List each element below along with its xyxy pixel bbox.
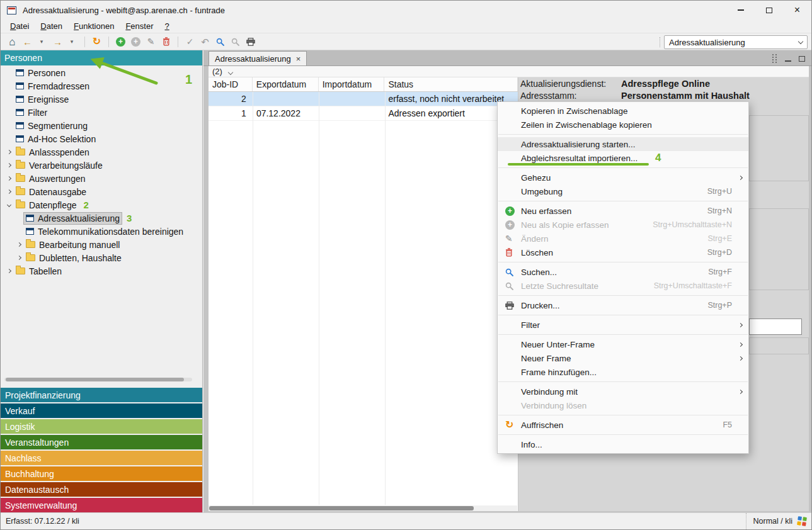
minimize-button[interactable] <box>726 1 755 20</box>
scrollbar-thumb[interactable] <box>6 378 184 381</box>
sidebar-section-buchhaltung[interactable]: Buchhaltung <box>1 466 202 481</box>
menu-item-zeilen-in-zwischenablage-kopieren[interactable]: Zeilen in Zwischenablage kopieren <box>498 118 748 132</box>
column-header-exportdatum[interactable]: Exportdatum <box>253 77 319 91</box>
menu-item-auffrischen[interactable]: ↻AuffrischenF5 <box>498 418 748 432</box>
menu-item-kopieren-in-zwischenablage[interactable]: Kopieren in Zwischenablage <box>498 104 748 118</box>
menu-item-suchen[interactable]: Suchen...Strg+F <box>498 265 748 279</box>
tree-item-ereignisse[interactable]: Ereignisse <box>1 93 202 106</box>
chevron-right-icon[interactable] <box>4 164 14 167</box>
undo-icon[interactable]: ↶ <box>198 35 212 48</box>
sidebar-section-nachlass[interactable]: Nachlass <box>1 451 202 465</box>
menu-item-löschen[interactable]: LöschenStrg+D <box>498 245 748 259</box>
chevron-right-icon[interactable] <box>14 256 24 259</box>
column-header-job-id[interactable]: Job-ID <box>209 77 253 91</box>
chevron-right-icon[interactable] <box>4 150 14 154</box>
sidebar-section-datenaustausch[interactable]: Datenaustausch <box>1 482 202 497</box>
printer-icon[interactable] <box>244 35 257 48</box>
menu-item-verbindung-mit[interactable]: Verbindung mit <box>498 385 748 398</box>
menu-item-gehezu[interactable]: Gehezu <box>498 171 748 184</box>
menubar-item-datei[interactable]: Datei <box>4 20 35 32</box>
menubar-item-fenster[interactable]: Fenster <box>120 20 159 32</box>
sidebar-section-veranstaltungen[interactable]: Veranstaltungen <box>1 435 202 449</box>
column-header-importdatum[interactable]: Importdatum <box>319 77 385 91</box>
frame-maximize-icon[interactable] <box>799 53 805 64</box>
menubar-item-funktionen[interactable]: Funktionen <box>68 20 120 32</box>
tree-item-label: Verarbeitungsläufe <box>29 161 103 171</box>
menu-item-info[interactable]: Info... <box>498 437 748 451</box>
tree-item-personen[interactable]: Personen <box>1 66 202 79</box>
sidebar-section-systemverwaltung[interactable]: Systemverwaltung <box>1 498 202 512</box>
tree-item-adressaktualisierung[interactable]: Adressaktualisierung3 <box>1 211 202 225</box>
close-button[interactable]: × <box>783 1 811 20</box>
background-input[interactable] <box>749 319 802 335</box>
menu-item-adressaktualisierung-starten[interactable]: Adressaktualisierung starten... <box>498 137 748 151</box>
menu-item-verbindung-lösen: Verbindung lösen <box>498 398 748 412</box>
menu-item-neuer-frame[interactable]: Neuer Frame <box>498 351 748 365</box>
tree-item-tabellen[interactable]: Tabellen <box>1 264 202 278</box>
drag-dots-icon[interactable] <box>772 54 777 64</box>
menubar-item-daten[interactable]: Daten <box>35 20 68 32</box>
menu-separator <box>498 381 748 382</box>
dropdown-icon[interactable]: ▾ <box>66 35 79 48</box>
chevron-right-icon[interactable] <box>4 177 14 180</box>
tree-item-datenausgabe[interactable]: Datenausgabe <box>1 185 202 198</box>
check-icon[interactable]: ✓ <box>183 35 197 48</box>
menu-item-neuer-unter-frame[interactable]: Neuer Unter-Frame <box>498 337 748 351</box>
tree-item-segmentierung[interactable]: Segmentierung <box>1 119 202 132</box>
chevron-right-icon[interactable] <box>14 243 24 246</box>
sidebar-section-verkauf[interactable]: Verkauf <box>1 403 202 418</box>
menu-item-abgleichsresultat-importieren[interactable]: Abgleichsresultat importieren...4 <box>498 151 748 165</box>
tree-item-dubletten-haushalte[interactable]: Dubletten, Haushalte <box>1 251 202 264</box>
home-icon[interactable]: ⌂ <box>6 35 19 48</box>
tree-item-fremdadressen[interactable]: Fremdadressen <box>1 79 202 93</box>
refresh-icon[interactable]: ↻ <box>90 35 103 48</box>
menu-item-neu-erfassen[interactable]: +Neu erfassenStrg+N <box>498 204 748 218</box>
pencil-icon[interactable]: ✎ <box>144 35 157 48</box>
table-horizontal-scrollbar[interactable] <box>209 505 517 511</box>
table-row[interactable]: 107.12.2022Adressen exportiert <box>209 106 518 121</box>
chevron-down-icon[interactable] <box>4 203 14 206</box>
tree-item-anlassspenden[interactable]: Anlassspenden <box>1 145 202 159</box>
tree-item-bearbeitung-manuell[interactable]: Bearbeitung manuell <box>1 238 202 251</box>
scrollbar-thumb[interactable] <box>209 506 474 510</box>
chevron-right-icon[interactable] <box>4 269 14 273</box>
tree-item-auswertungen[interactable]: Auswertungen <box>1 172 202 185</box>
forward-icon[interactable]: → <box>51 35 64 48</box>
back-icon[interactable]: ← <box>21 35 34 48</box>
dropdown-icon[interactable]: ▾ <box>36 35 49 48</box>
chevron-right-icon[interactable] <box>4 190 14 193</box>
trash-icon[interactable] <box>159 35 173 48</box>
search-dim-icon[interactable] <box>229 35 242 48</box>
toolbar-right-separator <box>660 37 660 47</box>
plus-icon[interactable]: + <box>114 35 127 48</box>
folder-icon <box>16 175 25 182</box>
menu-item-umgebung[interactable]: UmgebungStrg+U <box>498 184 748 198</box>
tab-adressaktualisierung[interactable]: Adressaktualisierung × <box>209 51 307 65</box>
search-icon[interactable] <box>214 35 227 48</box>
menu-item-frame-hinzufügen[interactable]: Frame hinzufügen... <box>498 365 748 379</box>
column-header-status[interactable]: Status <box>384 77 518 91</box>
sidebar-section-projektfinanzierung[interactable]: Projektfinanzierung <box>1 388 202 402</box>
tree-item-filter[interactable]: Filter <box>1 106 202 119</box>
frame-minimize-icon[interactable] <box>785 53 791 64</box>
annotation-4: 4 <box>655 152 661 164</box>
copy-icon[interactable]: + <box>129 35 142 48</box>
sidebar-section-logistik[interactable]: Logistik <box>1 419 202 434</box>
menu-item-filter[interactable]: Filter <box>498 318 748 332</box>
menubar-item-[interactable]: ? <box>159 20 175 32</box>
tab-close-icon[interactable]: × <box>296 54 301 64</box>
navigation-combobox[interactable]: Adressaktualisierung <box>664 35 808 49</box>
tree-item-ad-hoc-selektion[interactable]: Ad-Hoc Selektion <box>1 132 202 145</box>
menu-item-drucken[interactable]: Drucken...Strg+P <box>498 298 748 312</box>
table-row[interactable]: 2erfasst, noch nicht verarbeitet <box>209 92 518 106</box>
chevron-down-icon[interactable] <box>798 38 803 43</box>
section-label: Buchhaltung <box>5 469 54 479</box>
tree-item-verarbeitungsläufe[interactable]: Verarbeitungsläufe <box>1 159 202 172</box>
tree-item-telekommunikationsdaten-bereinigen[interactable]: Telekommunikationsdaten bereinigen <box>1 225 202 238</box>
sidebar-header-personen[interactable]: Personen <box>1 50 202 65</box>
tree-item-datenpflege[interactable]: Datenpflege2 <box>1 198 202 211</box>
sort-indicator-icon[interactable] <box>228 70 233 75</box>
annotation-4-underline <box>508 163 649 166</box>
maximize-button[interactable] <box>755 1 783 20</box>
tree-horizontal-scrollbar[interactable] <box>4 378 192 381</box>
